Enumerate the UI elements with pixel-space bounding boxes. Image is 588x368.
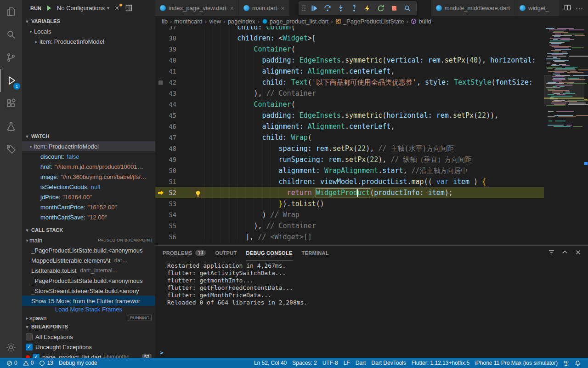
status-item[interactable]: Flutter: 1.12.13+hotfix.5 [409,358,472,368]
code-line[interactable]: 52 return WidgetProduct(productInfo: ite… [155,187,544,198]
locals-scope[interactable]: ▾Locals [22,26,155,36]
restart-icon[interactable] [375,3,387,14]
call-stack-section-header[interactable]: ▾CALL STACK [22,225,155,235]
code-line[interactable]: 51 children: viewModel.productList.map((… [155,176,544,187]
breakpoint-item[interactable]: ✓Uncaught Exceptions [22,342,155,352]
status-warning-icon[interactable]: 0 [20,358,37,368]
watch-entry[interactable]: monthCardSave:"12.00" [22,212,155,222]
code-line[interactable]: 49 runSpacing: rem.setPx(22), // 纵轴（垂直）方… [155,154,544,165]
status-item[interactable]: Ln 52, Col 40 [251,358,289,368]
code-line[interactable]: 41 alignment: Alignment.centerLeft, [155,66,544,77]
variables-section-header[interactable]: ▾VARIABLES [22,16,155,26]
status-item[interactable]: iPhone 11 Pro Max (ios simulator) [472,358,560,368]
status-item[interactable]: UTF-8 [320,358,341,368]
search-icon[interactable] [0,23,22,46]
split-editor-icon[interactable] [564,4,571,12]
stack-frame[interactable]: _PageProductListState.build.<anonymous [22,245,155,255]
code-line[interactable]: 56 ], // <Widget>[] [155,231,544,242]
line-number[interactable]: 41 [155,66,176,77]
breadcrumb-item[interactable]: pageindex [227,18,255,25]
line-number[interactable]: 54 [155,209,176,220]
bell-icon[interactable] [572,358,583,368]
line-number[interactable]: 50 [155,165,176,176]
drag-handle[interactable] [302,5,306,12]
breakpoint-checkbox[interactable] [26,334,33,340]
lightbulb-icon[interactable] [195,190,201,196]
breakpoint-item[interactable]: ✓page_product_list.dartlib/monthc…52 [22,352,155,358]
breakpoint-checkbox[interactable]: ✓ [26,344,33,351]
code-line[interactable]: 46 alignment: Alignment.centerLeft, [155,121,544,132]
line-number[interactable]: 43 [155,88,176,99]
tab-widget[interactable]: widget_ [515,0,560,16]
more-actions-icon[interactable]: ··· [576,5,583,12]
debug-settings-gear-icon[interactable] [113,4,121,12]
line-number[interactable]: 49 [155,154,176,165]
tags-icon[interactable] [0,138,22,161]
code-line[interactable]: 40 padding: EdgeInsets.symmetric(vertica… [155,55,544,66]
code-line[interactable]: 44 Container( [155,99,544,110]
code-line[interactable]: 45 padding: EdgeInsets.symmetric(horizon… [155,110,544,121]
load-more-stack-frames-link[interactable]: Load More Stack Frames [22,306,155,314]
thread-main[interactable]: ▾ main PAUSED ON BREAKPOINT [22,235,155,245]
stack-frame[interactable]: MappedListIterable.elementAtdar… [22,255,155,265]
breadcrumb-item[interactable]: lib [162,18,168,25]
watch-entry[interactable]: href:"//item.m.jd.com/product/10001… [22,161,155,172]
stack-frame[interactable]: ListIterable.toListdart:_internal… [22,265,155,276]
tab-index-page-view[interactable]: index_page_view.dart× [155,0,239,16]
watch-entry[interactable]: jdPrice:"16164.00" [22,192,155,202]
panel-tab-output[interactable]: OUTPUT [215,246,237,260]
line-number[interactable]: 39 [155,44,176,55]
breakpoint-item[interactable]: All Exceptions [22,332,155,342]
line-number[interactable]: 53 [155,198,176,209]
filter-icon[interactable] [548,249,555,257]
close-tab-icon[interactable]: × [281,5,284,12]
line-number[interactable]: 45 [155,110,176,121]
step-out-icon[interactable] [348,3,360,14]
status-item[interactable]: LF [341,358,353,368]
minimap[interactable] [544,26,588,245]
breadcrumb-item-class[interactable]: _PageProductListState [335,18,404,25]
broadcast-icon[interactable] [560,358,572,368]
line-number[interactable]: 38 [155,33,176,44]
console-prompt[interactable]: > [160,349,164,356]
panel-tab-terminal[interactable]: TERMINAL [302,246,329,260]
thread-spawn[interactable]: ▸ spawn RUNNING [22,314,155,322]
config-dropdown[interactable]: No Configurations▾ [57,5,109,12]
line-number[interactable]: 37 [155,26,176,33]
line-number[interactable]: 40 [155,55,176,66]
stack-frame[interactable]: _PageProductListState.build.<anonymous [22,276,155,286]
settings-gear-icon[interactable] [0,337,22,358]
status-debug-config[interactable]: Debug my code [56,358,100,368]
code-line[interactable]: 42 child: Text('以下商品都可使用全品类优惠券', style: … [155,77,544,88]
step-into-icon[interactable] [335,3,347,14]
line-number[interactable]: 55 [155,220,176,231]
watch-entry[interactable]: isSelectionGoods:null [22,182,155,192]
source-control-icon[interactable] [0,46,22,69]
status-error-icon[interactable]: 0 [4,358,20,368]
tab-main-dart[interactable]: main.dart× [239,0,289,16]
code-line[interactable]: 55 ), // Container [155,220,544,231]
watch-root-item[interactable]: ▾item: ProducetInfoModel [22,141,155,151]
watch-entry[interactable]: monthCardPrice:"16152.00" [22,202,155,212]
code-line[interactable]: 37 child: Column( [155,26,544,33]
breadcrumb-item-file[interactable]: page_product_list.dart [262,18,329,25]
code-line[interactable]: 53 }).toList() [155,198,544,209]
status-item[interactable]: Dart DevTools [368,358,408,368]
breadcrumb-item-method[interactable]: build [411,18,431,25]
step-over-icon[interactable] [322,3,334,14]
stack-frame[interactable]: _StoreStreamListenerState.build.<anony [22,286,155,296]
breadcrumb-item[interactable]: view [209,18,221,25]
close-tab-icon[interactable]: × [230,5,234,12]
breadcrumb-item[interactable]: monthcard [174,18,202,25]
line-number[interactable]: 51 [155,176,176,187]
line-number[interactable]: 47 [155,132,176,143]
status-info-icon[interactable]: 13 [36,358,56,368]
inspect-icon[interactable] [401,3,413,14]
code-line[interactable]: 48 spacing: rem.setPx(22), // 主轴(水平)方向间距 [155,143,544,154]
code-line[interactable]: 38 children: <Widget>[ [155,33,544,44]
code-line[interactable]: 43 ), // Container [155,88,544,99]
panel-tab-debug-console[interactable]: DEBUG CONSOLE [246,246,293,260]
watch-entry[interactable]: discount:false [22,151,155,161]
status-item[interactable]: Spaces: 2 [289,358,319,368]
code-line[interactable]: 39 Container( [155,44,544,55]
